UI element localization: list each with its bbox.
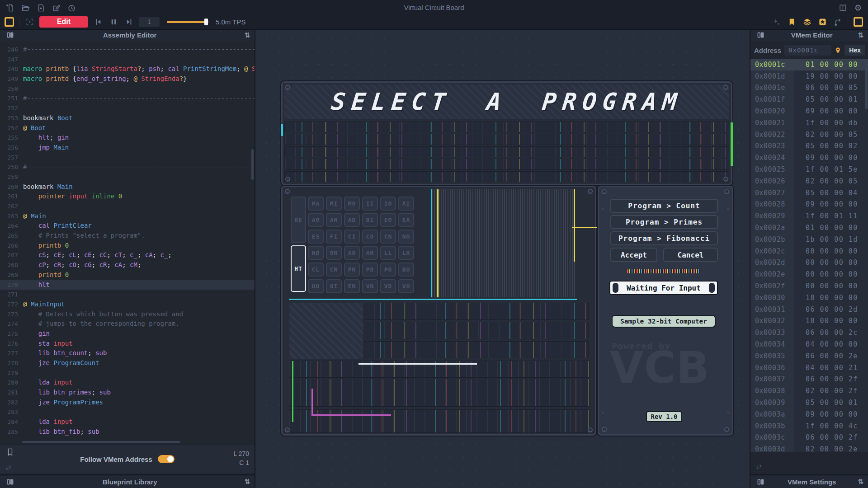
- code-horizontal-scrollbar[interactable]: [22, 441, 180, 443]
- program-button-count[interactable]: Program > Count: [610, 199, 718, 213]
- history-icon[interactable]: [66, 2, 77, 13]
- layers-icon[interactable]: [802, 16, 812, 27]
- code-line-280[interactable]: 280 lda input: [0, 378, 255, 388]
- vmem-row-0x00039[interactable]: 0x0003905 00 00 01: [750, 397, 868, 408]
- code-line-262[interactable]: 262: [0, 202, 255, 211]
- code-line-276[interactable]: 276 sta input: [0, 339, 255, 349]
- vmem-row-0x00025[interactable]: 0x000251f 00 01 5e: [750, 164, 868, 175]
- step-back-icon[interactable]: [93, 16, 104, 27]
- pin-icon[interactable]: [835, 47, 841, 54]
- new-file-icon[interactable]: [5, 2, 15, 13]
- vmem-row-0x0002c[interactable]: 0x0002c00 00 00 00: [750, 245, 868, 257]
- code-line-275[interactable]: 275 gin: [0, 329, 255, 339]
- save-file-icon[interactable]: [35, 2, 46, 13]
- bookmark-tag-icon[interactable]: [786, 16, 797, 27]
- vmem-row-0x00033[interactable]: 0x0003306 00 00 2c: [750, 327, 868, 338]
- code-line-273[interactable]: 273 # Detects which button was pressed a…: [0, 310, 255, 319]
- panel-resize-icon[interactable]: ⇅: [858, 478, 863, 486]
- panel-layout-icon[interactable]: [5, 30, 15, 41]
- marquee-board[interactable]: SELECT A PROGRAM ✕ ✕ ✕ ✕: [281, 81, 732, 185]
- code-line-248[interactable]: 248macro printb {lia StringStarta?; psh;…: [0, 64, 255, 74]
- code-line-265[interactable]: 265 # Prints "select a program".: [0, 231, 255, 241]
- panel-layout-icon[interactable]: [755, 476, 766, 487]
- code-line-252[interactable]: 252: [0, 103, 255, 113]
- code-line-264[interactable]: 264 cal PrintClear: [0, 221, 255, 231]
- vmem-row-0x00026[interactable]: 0x0002602 00 00 05: [750, 175, 868, 187]
- code-editor[interactable]: 246#------------------------------------…: [0, 41, 255, 445]
- vmem-row-0x0003a[interactable]: 0x0003a09 00 00 00: [750, 408, 868, 420]
- code-line-257[interactable]: 257: [0, 153, 255, 163]
- vmem-row-0x0003c[interactable]: 0x0003c06 00 00 2f: [750, 432, 868, 444]
- vmem-row-0x00037[interactable]: 0x0003706 00 00 2f: [750, 374, 868, 385]
- panel-layout-icon[interactable]: [5, 476, 15, 487]
- follow-vmem-toggle[interactable]: [158, 455, 175, 463]
- code-vertical-scrollbar[interactable]: [251, 149, 254, 180]
- code-line-277[interactable]: 277 lib btn_count; sub: [0, 348, 255, 358]
- code-line-283[interactable]: 283: [0, 407, 255, 417]
- code-line-259[interactable]: 259: [0, 172, 255, 182]
- vmem-row-0x0003d[interactable]: 0x0003d02 00 00 2e: [750, 443, 868, 452]
- code-line-246[interactable]: 246#------------------------------------…: [0, 45, 255, 55]
- capture-frame-icon[interactable]: [24, 16, 35, 27]
- vmem-row-0x0001d[interactable]: 0x0001d19 00 00 00: [750, 70, 868, 82]
- code-line-263[interactable]: 263@ Main: [0, 211, 255, 221]
- vmem-row-0x00032[interactable]: 0x0003218 00 00 00: [750, 315, 868, 327]
- code-line-269[interactable]: 269 printd 0: [0, 270, 255, 280]
- hex-mode-button[interactable]: Hex: [844, 45, 865, 56]
- tps-slider[interactable]: [167, 21, 208, 23]
- step-count-field[interactable]: 1: [139, 17, 160, 27]
- code-line-256[interactable]: 256 jmp Main: [0, 143, 255, 153]
- vmem-table[interactable]: 0x0001c01 00 00 000x0001d19 00 00 000x00…: [750, 59, 868, 452]
- control-panel-board[interactable]: Program > CountProgram > PrimesProgram >…: [598, 186, 733, 436]
- vmem-row-0x0001f[interactable]: 0x0001f05 00 00 01: [750, 94, 868, 105]
- code-line-281[interactable]: 281 lib btn_primes; sub: [0, 388, 255, 398]
- code-line-279[interactable]: 279: [0, 368, 255, 378]
- code-line-271[interactable]: 271: [0, 290, 255, 300]
- panel-resize-icon[interactable]: ⇅: [858, 31, 863, 39]
- circuit-canvas[interactable]: SELECT A PROGRAM ✕ ✕ ✕ ✕ RE HT MAMIMOIII…: [255, 29, 750, 488]
- vmem-row-0x00036[interactable]: 0x0003604 00 00 21: [750, 362, 868, 374]
- code-line-251[interactable]: 251#------------------------------------…: [0, 94, 255, 103]
- vmem-row-0x00020[interactable]: 0x0002009 00 00 00: [750, 105, 868, 117]
- tps-slider-knob[interactable]: [204, 19, 208, 25]
- vmem-row-0x0003b[interactable]: 0x0003b1f 00 00 4c: [750, 420, 868, 432]
- vmem-row-0x0002b[interactable]: 0x0002b1b 00 00 1d: [750, 234, 868, 245]
- code-line-284[interactable]: 284 lda input: [0, 417, 255, 427]
- vmem-row-0x0002a[interactable]: 0x0002a01 00 00 00: [750, 222, 868, 234]
- favorite-star-icon[interactable]: [817, 16, 828, 27]
- vmem-row-0x00030[interactable]: 0x0003018 00 00 00: [750, 292, 868, 304]
- program-button-fibonacci[interactable]: Program > Fibonacci: [610, 231, 718, 245]
- code-line-250[interactable]: 250: [0, 84, 255, 94]
- code-line-249[interactable]: 249macro printd {end_of_string; @ String…: [0, 74, 255, 84]
- swap-arrows-icon[interactable]: ⇄: [5, 464, 11, 472]
- vmem-row-0x00034[interactable]: 0x0003404 00 00 00: [750, 338, 868, 350]
- code-line-268[interactable]: 268 cP; cR; cO; cG; cR; cA; cM;: [0, 260, 255, 270]
- code-line-255[interactable]: 255 hlt; gin: [0, 133, 255, 143]
- code-line-258[interactable]: 258#------------------------------------…: [0, 162, 255, 172]
- code-line-272[interactable]: 272@ MainInput: [0, 300, 255, 310]
- vmem-row-0x00024[interactable]: 0x0002409 00 00 00: [750, 152, 868, 164]
- vmem-row-0x00038[interactable]: 0x0003802 00 00 2f: [750, 385, 868, 397]
- vmem-row-0x0001e[interactable]: 0x0001e06 00 00 05: [750, 82, 868, 94]
- route-icon[interactable]: [832, 16, 843, 27]
- code-line-282[interactable]: 282 jze ProgramPrimes: [0, 398, 255, 408]
- code-line-267[interactable]: 267 cS; cE; cL; cE; cC; cT; c_; cA; c_;: [0, 250, 255, 260]
- vmem-row-0x0002f[interactable]: 0x0002f00 00 00 00: [750, 280, 868, 292]
- vmem-row-0x00023[interactable]: 0x0002305 00 00 02: [750, 141, 868, 152]
- code-line-253[interactable]: 253bookmark Boot: [0, 113, 255, 123]
- code-line-274[interactable]: 274 # jumps to the corresponding program…: [0, 319, 255, 329]
- settings-gear-icon[interactable]: ⚙: [853, 2, 863, 13]
- code-line-260[interactable]: 260bookmark Main: [0, 182, 255, 192]
- panel-layout-icon[interactable]: [755, 30, 766, 41]
- open-folder-icon[interactable]: [20, 2, 31, 13]
- vmem-row-0x0002d[interactable]: 0x0002d00 00 00 00: [750, 257, 868, 269]
- vmem-row-0x00022[interactable]: 0x0002202 00 00 05: [750, 129, 868, 141]
- code-line-261[interactable]: 261 pointer input inline 0: [0, 192, 255, 202]
- selection-tool-icon[interactable]: [4, 16, 14, 27]
- vmem-row-0x00031[interactable]: 0x0003106 00 00 2d: [750, 304, 868, 315]
- accept-button[interactable]: Accept: [610, 248, 657, 262]
- vmem-row-0x00035[interactable]: 0x0003506 00 00 2e: [750, 350, 868, 362]
- code-line-247[interactable]: 247: [0, 55, 255, 65]
- vmem-row-0x00021[interactable]: 0x000211f 00 00 db: [750, 117, 868, 129]
- panel-resize-icon[interactable]: ⇅: [244, 478, 250, 486]
